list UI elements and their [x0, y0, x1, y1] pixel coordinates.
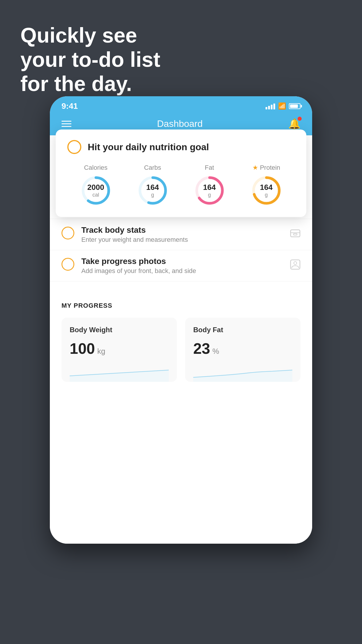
- progress-cards: Body Weight 100 kg Body Fat: [61, 318, 301, 382]
- fat-label: Fat: [205, 164, 214, 172]
- hero-line3: for the day.: [20, 72, 160, 96]
- phone-screen: 9:41 📶 Dashboard 🔔: [50, 96, 312, 544]
- carbs-ring: 164 g: [137, 174, 169, 206]
- body-weight-value: 100: [70, 340, 95, 357]
- calories-ring: 2000 cal: [80, 174, 112, 206]
- card-title-row: Hit your daily nutrition goal: [67, 140, 295, 154]
- body-fat-sparkline: [193, 364, 292, 382]
- signal-icon: [266, 103, 275, 109]
- photos-title: Take progress photos: [81, 257, 283, 266]
- carbs-value: 164 g: [146, 183, 159, 198]
- photos-text: Take progress photos Add images of your …: [81, 257, 283, 275]
- body-weight-card[interactable]: Body Weight 100 kg: [61, 318, 177, 382]
- notification-button[interactable]: 🔔: [288, 118, 301, 130]
- todo-item-body-stats[interactable]: Track body stats Enter your weight and m…: [50, 219, 312, 250]
- calories-value: 2000 cal: [87, 183, 104, 198]
- body-fat-value-row: 23 %: [193, 340, 292, 357]
- body-weight-sparkline: [70, 364, 169, 382]
- wifi-icon: 📶: [278, 102, 286, 110]
- person-icon: [290, 259, 301, 272]
- status-time: 9:41: [61, 102, 78, 111]
- body-fat-unit: %: [212, 347, 219, 356]
- phone-content: THINGS TO DO TODAY Hit your daily nutrit…: [50, 135, 312, 544]
- todo-item-photos[interactable]: Take progress photos Add images of your …: [50, 250, 312, 281]
- notification-dot: [298, 117, 302, 121]
- body-fat-card[interactable]: Body Fat 23 %: [185, 318, 301, 382]
- my-progress-section: MY PROGRESS Body Weight 100 kg: [50, 290, 312, 391]
- battery-icon: [289, 103, 301, 109]
- nutrition-calories: Calories 2000 cal: [80, 164, 112, 206]
- fat-ring: 164 g: [194, 174, 226, 206]
- hero-line2: your to-do list: [20, 48, 160, 72]
- progress-header: MY PROGRESS: [61, 302, 301, 309]
- body-stats-text: Track body stats Enter your weight and m…: [81, 225, 283, 244]
- nutrition-row: Calories 2000 cal: [67, 162, 295, 206]
- svg-rect-10: [294, 234, 297, 235]
- nav-title: Dashboard: [157, 118, 203, 129]
- phone-mockup: 9:41 📶 Dashboard 🔔: [50, 96, 312, 544]
- menu-button[interactable]: [61, 121, 71, 127]
- fat-value: 164 g: [203, 183, 216, 198]
- nutrition-check-circle[interactable]: [67, 140, 81, 154]
- photos-circle: [61, 258, 74, 271]
- scale-icon: [290, 228, 301, 241]
- status-icons: 📶: [266, 102, 301, 110]
- body-stats-subtitle: Enter your weight and measurements: [81, 236, 283, 244]
- status-bar: 9:41 📶: [50, 96, 312, 114]
- body-weight-value-row: 100 kg: [70, 340, 169, 357]
- body-fat-title: Body Fat: [193, 326, 292, 334]
- body-fat-value: 23: [193, 340, 210, 357]
- protein-value: 164 g: [260, 183, 273, 198]
- protein-ring: 164 g: [250, 174, 282, 206]
- body-stats-title: Track body stats: [81, 225, 283, 235]
- protein-label: ★ Protein: [252, 164, 280, 172]
- nutrition-carbs: Carbs 164 g: [137, 164, 169, 206]
- star-icon: ★: [252, 164, 258, 172]
- hero-text: Quickly see your to-do list for the day.: [20, 23, 160, 96]
- svg-point-12: [294, 262, 297, 265]
- nutrition-protein: ★ Protein 164 g: [250, 164, 282, 206]
- nutrition-card-title: Hit your daily nutrition goal: [88, 142, 209, 153]
- photos-subtitle: Add images of your front, back, and side: [81, 267, 283, 275]
- body-weight-unit: kg: [97, 347, 105, 356]
- nutrition-card: Hit your daily nutrition goal Calories 2: [56, 130, 306, 217]
- hero-line1: Quickly see: [20, 23, 160, 48]
- carbs-label: Carbs: [144, 164, 161, 172]
- nutrition-fat: Fat 164 g: [194, 164, 226, 206]
- body-stats-circle: [61, 227, 74, 239]
- calories-label: Calories: [84, 164, 108, 172]
- body-weight-title: Body Weight: [70, 326, 169, 334]
